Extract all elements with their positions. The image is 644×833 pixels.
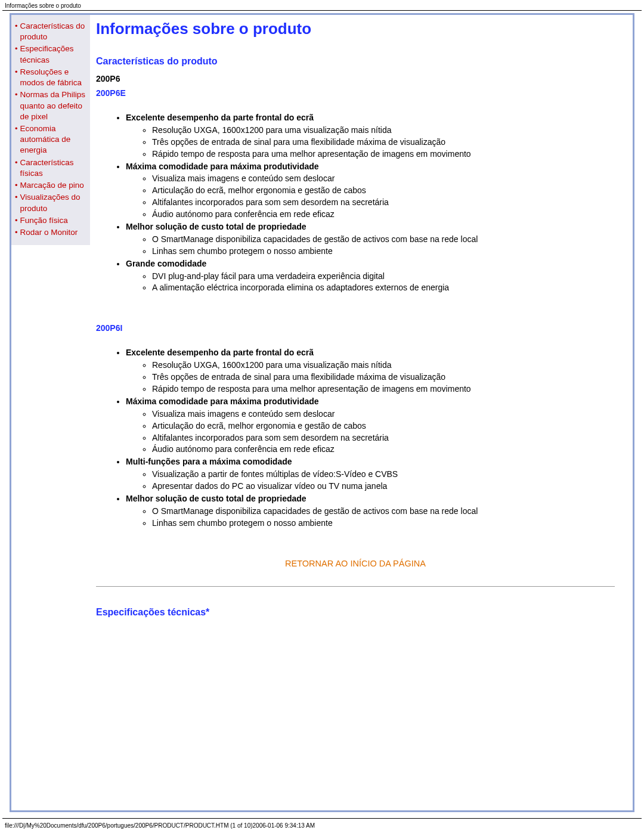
bullet-icon: • bbox=[15, 227, 18, 238]
model-e-label: 200P6E bbox=[96, 88, 615, 98]
feature-item: Linhas sem chumbo protegem o nosso ambie… bbox=[152, 518, 615, 529]
feature-list-e: Excelente desempenho da parte frontal do… bbox=[96, 112, 615, 293]
section-divider bbox=[96, 586, 615, 587]
feature-item: O SmartManage disponibiliza capacidades … bbox=[152, 234, 615, 245]
feature-item: Rápido tempo de resposta para uma melhor… bbox=[152, 148, 615, 160]
section-especificacoes-title: Especificações técnicas* bbox=[96, 607, 615, 618]
feature-heading: Máxima comodidade para máxima produtivid… bbox=[126, 161, 615, 220]
sidebar-link: Especificações técnicas bbox=[20, 44, 88, 65]
feature-item: Altifalantes incorporados para som sem d… bbox=[152, 432, 615, 444]
sidebar-item-caracteristicas[interactable]: •Características do produto bbox=[15, 21, 88, 42]
pdf-footer-path: file:///D|/My%20Documents/dfu/200P6/port… bbox=[0, 819, 644, 831]
pdf-header-title: Informações sobre o produto bbox=[0, 0, 644, 10]
sidebar-item-resolucoes[interactable]: •Resoluções e modos de fábrica bbox=[15, 67, 88, 88]
feature-item: Áudio autónomo para conferência em rede … bbox=[152, 209, 615, 220]
sidebar-item-rodar[interactable]: •Rodar o Monitor bbox=[15, 227, 88, 238]
sidebar-link: Economia automática de energia bbox=[20, 123, 88, 156]
sidebar-link: Função física bbox=[20, 215, 68, 226]
sidebar-link: Características do produto bbox=[20, 21, 88, 42]
feature-item: O SmartManage disponibiliza capacidades … bbox=[152, 506, 615, 517]
feature-heading: Excelente desempenho da parte frontal do… bbox=[126, 347, 615, 395]
feature-item: Articulação do ecrã, melhor ergonomia e … bbox=[152, 185, 615, 196]
feature-heading: Multi-funções para a máxima comodidade V… bbox=[126, 456, 615, 492]
feature-list-i: Excelente desempenho da parte frontal do… bbox=[96, 347, 615, 528]
sidebar-item-fisicas[interactable]: •Características físicas bbox=[15, 157, 88, 179]
feature-heading: Excelente desempenho da parte frontal do… bbox=[126, 112, 615, 160]
bullet-icon: • bbox=[15, 21, 18, 32]
section-caracteristicas-title: Características do produto bbox=[96, 56, 615, 67]
bullet-icon: • bbox=[15, 89, 18, 100]
bullet-icon: • bbox=[15, 192, 18, 203]
feature-item: DVI plug-and-play fácil para uma verdade… bbox=[152, 271, 615, 282]
feature-heading: Grande comodidade DVI plug-and-play fáci… bbox=[126, 258, 615, 294]
bullet-icon: • bbox=[15, 67, 18, 78]
model-group-label: 200P6 bbox=[96, 74, 615, 83]
feature-item: Altifalantes incorporados para som sem d… bbox=[152, 197, 615, 208]
feature-heading: Melhor solução de custo total de proprie… bbox=[126, 493, 615, 529]
bullet-icon: • bbox=[15, 44, 18, 54]
bullet-icon: • bbox=[15, 180, 18, 191]
feature-item: Rápido tempo de resposta para uma melhor… bbox=[152, 383, 615, 395]
feature-heading: Máxima comodidade para máxima produtivid… bbox=[126, 396, 615, 455]
feature-item: Articulação do ecrã, melhor ergonomia e … bbox=[152, 420, 615, 432]
feature-item: Visualiza mais imagens e conteúdo sem de… bbox=[152, 408, 615, 420]
return-top-link[interactable]: RETORNAR AO INÍCIO DA PÁGINA bbox=[285, 559, 426, 568]
bullet-icon: • bbox=[15, 157, 18, 168]
header-rule bbox=[2, 10, 642, 11]
sidebar-link: Marcação de pino bbox=[20, 180, 84, 191]
sidebar-link: Resoluções e modos de fábrica bbox=[20, 67, 88, 88]
feature-item: A alimentação eléctrica incorporada elim… bbox=[152, 282, 615, 293]
feature-item: Três opções de entrada de sinal para uma… bbox=[152, 137, 615, 148]
main-content: Informações sobre o produto Característi… bbox=[90, 15, 633, 810]
return-top-link-wrap: RETORNAR AO INÍCIO DA PÁGINA bbox=[96, 559, 615, 568]
sidebar-link: Normas da Philips quanto ao defeito de p… bbox=[20, 89, 88, 122]
feature-heading: Melhor solução de custo total de proprie… bbox=[126, 221, 615, 257]
feature-item: Visualização a partir de fontes múltipla… bbox=[152, 469, 615, 480]
feature-item: Três opções de entrada de sinal para uma… bbox=[152, 371, 615, 383]
bullet-icon: • bbox=[15, 215, 18, 226]
bullet-icon: • bbox=[15, 123, 18, 134]
feature-item: Apresentar dados do PC ao visualizar víd… bbox=[152, 481, 615, 492]
sidebar-link: Rodar o Monitor bbox=[20, 227, 78, 238]
sidebar-item-visualizacoes[interactable]: •Visualizações do produto bbox=[15, 192, 88, 213]
sidebar-item-pino[interactable]: •Marcação de pino bbox=[15, 180, 88, 191]
sidebar-link: Visualizações do produto bbox=[20, 192, 88, 213]
feature-item: Áudio autónomo para conferência em rede … bbox=[152, 444, 615, 455]
content-frame: •Características do produto •Especificaç… bbox=[10, 13, 634, 812]
model-i-label: 200P6I bbox=[96, 323, 615, 333]
sidebar-item-funcao[interactable]: •Função física bbox=[15, 215, 88, 226]
feature-item: Visualiza mais imagens e conteúdo sem de… bbox=[152, 173, 615, 184]
feature-item: Linhas sem chumbo protegem o nosso ambie… bbox=[152, 246, 615, 257]
sidebar-nav: •Características do produto •Especificaç… bbox=[11, 15, 90, 245]
sidebar-item-especificacoes[interactable]: •Especificações técnicas bbox=[15, 44, 88, 65]
sidebar-link: Características físicas bbox=[20, 157, 88, 179]
feature-item: Resolução UXGA, 1600x1200 para uma visua… bbox=[152, 125, 615, 136]
feature-item: Resolução UXGA, 1600x1200 para uma visua… bbox=[152, 360, 615, 371]
sidebar-item-economia[interactable]: •Economia automática de energia bbox=[15, 123, 88, 156]
sidebar-item-normas[interactable]: •Normas da Philips quanto ao defeito de … bbox=[15, 89, 88, 122]
page-title: Informações sobre o produto bbox=[96, 20, 615, 38]
